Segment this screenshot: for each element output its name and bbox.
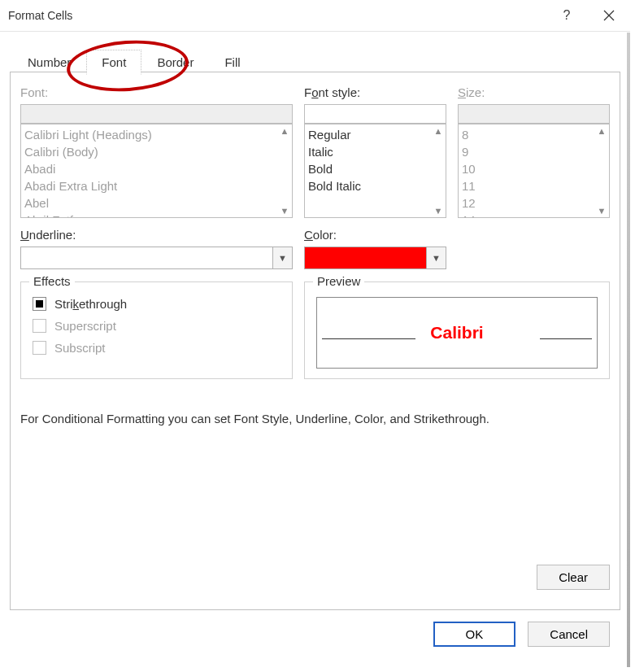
font-label: Font:: [20, 85, 293, 99]
effects-legend: Effects: [29, 274, 75, 288]
effects-group: Effects Strikethrough Superscript Subscr…: [20, 281, 293, 379]
size-option: 11: [462, 177, 606, 194]
style-option[interactable]: Italic: [308, 143, 442, 160]
cancel-button[interactable]: Cancel: [528, 622, 610, 647]
color-swatch[interactable]: [304, 247, 427, 269]
color-label: Color:: [304, 228, 446, 242]
size-input: [458, 104, 610, 124]
help-button[interactable]: ?: [546, 0, 588, 31]
font-style-listbox[interactable]: Regular Italic Bold Bold Italic ▲▼: [304, 124, 446, 218]
font-option: Abril Fatface: [24, 212, 289, 218]
font-option: Abadi Extra Light: [24, 177, 289, 194]
window-title: Format Cells: [8, 9, 72, 22]
font-option: Calibri (Body): [24, 143, 289, 160]
font-listbox: Calibri Light (Headings) Calibri (Body) …: [20, 124, 293, 218]
chevron-down-icon: ▼: [278, 253, 287, 263]
subscript-checkbox: Subscript: [33, 341, 281, 355]
superscript-checkbox: Superscript: [33, 319, 281, 333]
style-option[interactable]: Bold Italic: [308, 177, 442, 194]
style-option[interactable]: Regular: [308, 126, 442, 143]
strikethrough-checkbox[interactable]: Strikethrough: [33, 297, 281, 311]
font-style-label: Font style:: [304, 85, 446, 99]
tab-fill[interactable]: Fill: [209, 50, 255, 75]
color-dropdown-button[interactable]: ▼: [427, 247, 446, 269]
underline-dropdown[interactable]: ▼: [20, 247, 293, 269]
color-dropdown[interactable]: ▼: [304, 247, 446, 269]
dialog-footer: OK Cancel: [433, 622, 610, 647]
preview-box: Calibri: [316, 297, 598, 369]
tab-number[interactable]: Number: [12, 50, 86, 75]
clear-button[interactable]: Clear: [537, 565, 610, 590]
font-name-input: [20, 104, 293, 124]
size-option: 10: [462, 160, 606, 177]
chevron-down-icon: ▼: [432, 253, 441, 263]
window-edge: [627, 33, 630, 667]
preview-sample-text: Calibri: [430, 323, 483, 343]
size-option: 8: [462, 126, 606, 143]
font-option: Abadi: [24, 160, 289, 177]
format-cells-dialog: Format Cells ? Number Font Border Fill F…: [0, 0, 630, 667]
size-option: 14: [462, 212, 606, 218]
underline-value[interactable]: [20, 247, 273, 269]
tab-strip: Number Font Border Fill: [0, 32, 630, 75]
checkbox-checked-icon: [36, 300, 43, 308]
ok-button[interactable]: OK: [433, 622, 516, 647]
size-option: 12: [462, 194, 606, 212]
font-style-input[interactable]: [304, 104, 446, 124]
tab-border[interactable]: Border: [141, 50, 209, 75]
font-option: Abel: [24, 194, 289, 212]
underline-label: Underline:: [20, 228, 293, 242]
close-icon: [603, 10, 615, 21]
info-text: For Conditional Formatting you can set F…: [20, 412, 610, 425]
tab-font[interactable]: Font: [86, 50, 141, 75]
close-button[interactable]: [588, 0, 630, 31]
title-bar: Format Cells ?: [0, 0, 630, 31]
style-option[interactable]: Bold: [308, 160, 442, 177]
font-tab-content: Font: Calibri Light (Headings) Calibri (…: [20, 85, 610, 425]
size-option: 9: [462, 143, 606, 160]
preview-group: Preview Calibri: [304, 281, 610, 379]
size-label: Size:: [458, 85, 610, 99]
scroll-down-icon: ▼: [434, 206, 443, 216]
preview-legend: Preview: [313, 274, 364, 288]
font-option: Calibri Light (Headings): [24, 126, 289, 143]
size-listbox: 8 9 10 11 12 14 ▲▼: [458, 124, 610, 218]
underline-dropdown-button[interactable]: ▼: [273, 247, 293, 269]
